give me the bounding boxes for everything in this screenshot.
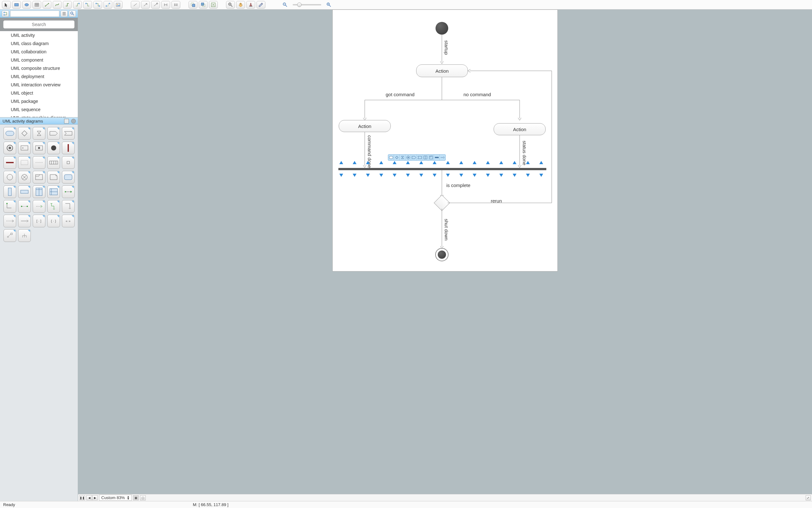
stamp-tool[interactable] bbox=[246, 1, 255, 9]
ctx-arrow-icon[interactable] bbox=[440, 155, 445, 160]
page-prev-button[interactable]: ◀ bbox=[86, 495, 92, 500]
category-item[interactable]: UML composite structure bbox=[0, 64, 78, 72]
rect-tool[interactable] bbox=[12, 1, 21, 9]
shape-datastore[interactable] bbox=[18, 141, 31, 154]
final-node[interactable] bbox=[435, 248, 449, 261]
zoom-slider[interactable] bbox=[293, 4, 321, 5]
tree-toggle-button[interactable] bbox=[2, 10, 9, 17]
ctx-signal-icon[interactable] bbox=[411, 155, 417, 160]
category-item[interactable]: UML object bbox=[0, 89, 78, 97]
shape-flow-4[interactable] bbox=[33, 200, 45, 213]
shape-set[interactable]: { · } bbox=[47, 215, 60, 227]
ctx-hourglass-icon[interactable] bbox=[400, 155, 405, 160]
eyedropper-tool[interactable] bbox=[257, 1, 265, 9]
pause-button[interactable]: ❚❚ bbox=[79, 495, 85, 500]
search-input[interactable] bbox=[3, 20, 75, 29]
shape-flow-solid[interactable] bbox=[18, 215, 31, 227]
shape-fork-h[interactable] bbox=[3, 156, 16, 169]
shape-fork-v[interactable] bbox=[62, 141, 75, 154]
zoom-in-icon[interactable] bbox=[324, 1, 333, 9]
category-item[interactable]: UML collaboration bbox=[0, 48, 78, 56]
ctx-fork-icon[interactable] bbox=[434, 155, 440, 160]
zoom-out-icon[interactable] bbox=[281, 1, 289, 9]
ellipse-tool[interactable] bbox=[22, 1, 31, 9]
insert-image-tool[interactable] bbox=[114, 1, 123, 9]
line-start-1[interactable] bbox=[131, 1, 140, 9]
diagram-page[interactable]: startup Action got command no command bbox=[332, 9, 558, 271]
action-node-left[interactable]: Action bbox=[339, 120, 391, 132]
shape-hourglass[interactable] bbox=[33, 127, 45, 140]
ctx-swim-icon[interactable] bbox=[422, 155, 428, 160]
view-mode-1[interactable]: ▦ bbox=[133, 495, 139, 500]
category-item[interactable]: UML deployment bbox=[0, 72, 78, 81]
shape-object[interactable] bbox=[33, 141, 45, 154]
group-2-tool[interactable] bbox=[199, 1, 208, 9]
connector-6-tool[interactable] bbox=[93, 1, 102, 9]
pan-tool[interactable] bbox=[236, 1, 245, 9]
palette-save-icon[interactable] bbox=[64, 119, 69, 124]
shape-flow-6[interactable] bbox=[62, 200, 75, 213]
shape-swimlanes-v[interactable] bbox=[33, 185, 45, 198]
shape-flow-3[interactable] bbox=[18, 200, 31, 213]
shape-partition-h[interactable] bbox=[18, 185, 31, 198]
shape-region-line[interactable] bbox=[33, 156, 45, 169]
search-button[interactable] bbox=[69, 10, 76, 17]
canvas[interactable]: startup Action got command no command bbox=[78, 9, 812, 494]
ctx-final-icon[interactable] bbox=[405, 155, 411, 160]
ctx-frame-icon[interactable] bbox=[428, 155, 434, 160]
library-dropdown[interactable] bbox=[10, 10, 59, 17]
shape-region-dashed[interactable] bbox=[18, 156, 31, 169]
connector-1-tool[interactable] bbox=[43, 1, 51, 9]
list-view-button[interactable] bbox=[61, 10, 67, 17]
context-toolbar[interactable] bbox=[388, 154, 446, 161]
connector-4-tool[interactable] bbox=[73, 1, 82, 9]
connector-5-tool[interactable] bbox=[83, 1, 92, 9]
line-start-2[interactable] bbox=[141, 1, 150, 9]
shape-final-flow[interactable] bbox=[3, 141, 16, 154]
category-item[interactable]: UML activity bbox=[0, 31, 78, 39]
shape-signal-send[interactable] bbox=[47, 127, 60, 140]
shape-frame[interactable] bbox=[33, 171, 45, 183]
shape-pin[interactable] bbox=[62, 156, 75, 169]
connector-2-tool[interactable] bbox=[53, 1, 61, 9]
table-tool[interactable] bbox=[32, 1, 41, 9]
connector-7-tool[interactable] bbox=[103, 1, 112, 9]
connector-3-tool[interactable] bbox=[63, 1, 72, 9]
category-item[interactable]: UML component bbox=[0, 56, 78, 64]
shape-activity[interactable] bbox=[62, 171, 75, 183]
category-item[interactable]: UML class diagram bbox=[0, 39, 78, 48]
category-item[interactable]: UML state machine diagram bbox=[0, 114, 78, 118]
view-mode-2[interactable]: ▢ bbox=[140, 495, 146, 500]
shape-partition-v[interactable] bbox=[3, 185, 16, 198]
shape-constraint[interactable]: [ · ] bbox=[33, 215, 45, 227]
pointer-tool[interactable] bbox=[2, 1, 11, 9]
category-item[interactable]: UML interaction overview bbox=[0, 81, 78, 89]
shape-flow-2[interactable] bbox=[3, 200, 16, 213]
expand-corner-icon[interactable]: ⤢ bbox=[806, 495, 811, 500]
line-start-3[interactable] bbox=[151, 1, 160, 9]
palette-close-icon[interactable] bbox=[71, 119, 76, 124]
ctx-recv-icon[interactable] bbox=[417, 155, 422, 160]
initial-node[interactable] bbox=[436, 22, 448, 35]
shape-stereotype[interactable]: « » bbox=[62, 215, 75, 227]
shape-flow-dashed[interactable] bbox=[3, 215, 16, 227]
group-3-tool[interactable] bbox=[209, 1, 218, 9]
shape-initial[interactable] bbox=[47, 141, 60, 154]
shape-rake[interactable] bbox=[18, 229, 31, 242]
zoom-in-tool[interactable] bbox=[226, 1, 235, 9]
shape-signal-recv[interactable] bbox=[62, 127, 75, 140]
ctx-action-icon[interactable] bbox=[388, 155, 394, 160]
shape-flow-final[interactable] bbox=[18, 171, 31, 183]
category-item[interactable]: UML sequence bbox=[0, 105, 78, 114]
shape-note[interactable] bbox=[47, 171, 60, 183]
shape-action[interactable] bbox=[3, 127, 16, 140]
ctx-decision-icon[interactable] bbox=[394, 155, 400, 160]
page-next-button[interactable]: ▶ bbox=[92, 495, 98, 500]
shape-connector-small[interactable] bbox=[3, 229, 16, 242]
zoom-indicator[interactable]: Custom 83% ▲▼ bbox=[99, 495, 132, 501]
group-1-tool[interactable] bbox=[188, 1, 197, 9]
shape-expansion[interactable] bbox=[47, 156, 60, 169]
zoom-slider-thumb[interactable] bbox=[297, 3, 302, 7]
line-start-4[interactable] bbox=[161, 1, 170, 9]
shape-swimlanes-h[interactable] bbox=[47, 185, 60, 198]
